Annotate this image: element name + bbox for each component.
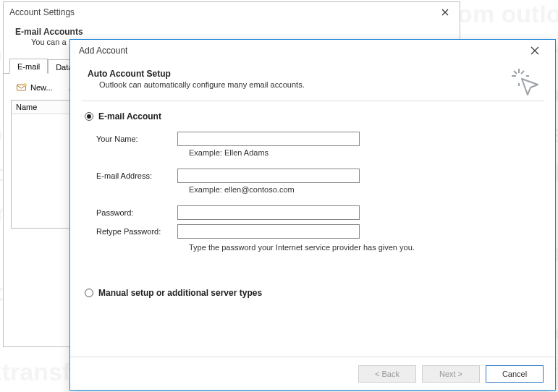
your-name-input[interactable] (177, 132, 360, 146)
add-account-window: Add Account Auto Account Setup Outlook c… (69, 39, 556, 391)
email-input[interactable] (177, 169, 360, 183)
password-hint: Type the password your Internet service … (189, 243, 541, 252)
email-example: Example: ellen@contoso.com (189, 185, 541, 194)
password-label: Password: (96, 208, 177, 217)
password-input[interactable] (177, 205, 360, 220)
email-label: E-mail Address: (96, 171, 177, 180)
new-button-label: New... (30, 83, 53, 92)
wizard-body: E-mail Account Your Name: Example: Ellen… (70, 101, 555, 298)
back-button[interactable]: < Back (358, 365, 416, 383)
cancel-button[interactable]: Cancel (486, 365, 544, 383)
window-title: Add Account (79, 46, 127, 56)
radio-label: Manual setup or additional server types (98, 288, 262, 298)
wizard-header: Auto Account Setup Outlook can automatic… (82, 66, 544, 101)
radio-label: E-mail Account (98, 111, 161, 122)
window-title: Account Settings (9, 7, 75, 17)
radio-email-account[interactable]: E-mail Account (85, 111, 541, 122)
titlebar: Account Settings (4, 2, 460, 22)
radio-icon (85, 112, 93, 121)
your-name-label: Your Name: (96, 135, 177, 143)
radio-icon (85, 289, 93, 297)
retype-password-input[interactable] (177, 224, 360, 239)
wizard-title: Auto Account Setup (88, 69, 478, 79)
radio-manual-setup[interactable]: Manual setup or additional server types (85, 288, 541, 298)
wizard-footer: < Back Next > Cancel (70, 357, 555, 390)
wizard-subtitle: Outlook can automatically configure many… (88, 80, 478, 89)
next-button[interactable]: Next > (422, 365, 480, 383)
titlebar: Add Account (70, 40, 555, 61)
close-icon (530, 46, 539, 55)
new-account-button[interactable]: New... (11, 80, 58, 95)
close-icon (441, 9, 449, 16)
tab-email[interactable]: E-mail (9, 59, 48, 74)
your-name-example: Example: Ellen Adams (189, 148, 541, 157)
close-button[interactable] (519, 41, 551, 60)
mail-new-icon (16, 82, 28, 93)
retype-password-label: Retype Password: (96, 227, 177, 236)
cursor-click-icon (509, 66, 542, 99)
header-title: E-mail Accounts (15, 27, 448, 37)
email-account-form: Your Name: Example: Ellen Adams E-mail A… (96, 132, 541, 252)
close-button[interactable] (436, 5, 454, 20)
